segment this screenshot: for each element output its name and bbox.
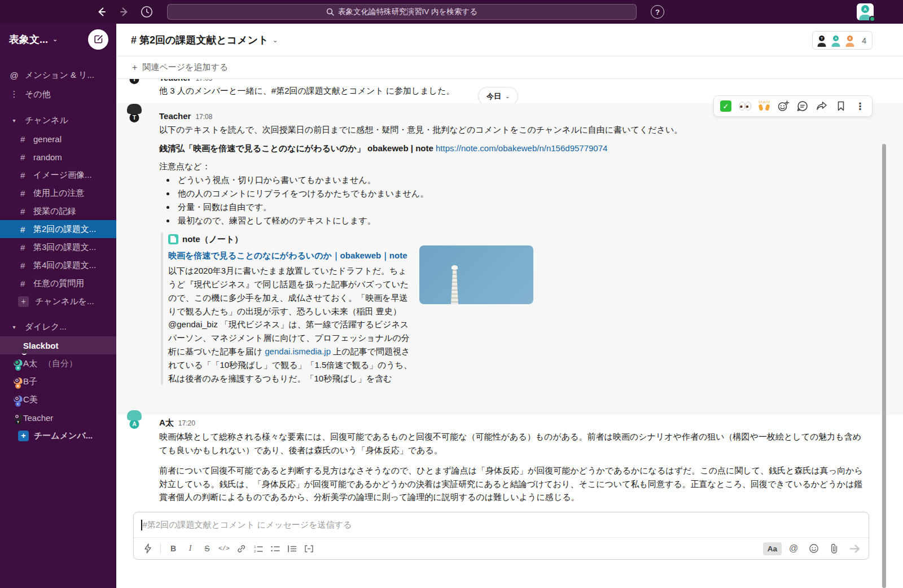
search-bar[interactable]: 表象文化論特殊研究演習IV 内を検索する <box>167 4 637 20</box>
attach-file-button[interactable] <box>826 541 843 556</box>
notes-label: 注意点など： <box>159 160 868 173</box>
bookmark-icon <box>835 100 847 112</box>
member-avatar: B <box>844 34 856 47</box>
bulleted-list-button[interactable] <box>266 541 283 556</box>
sidebar-dm-self[interactable]: A A太（自分） <box>0 354 116 372</box>
emoji-button[interactable] <box>805 541 822 556</box>
link-preview-card: note（ノート） 映画を倍速で見ることのなにがわるいのか｜obakeweb｜n… <box>161 232 868 385</box>
history-menu-button[interactable] <box>140 5 154 19</box>
bold-button[interactable]: B <box>165 541 182 556</box>
code-button[interactable]: </> <box>216 541 233 556</box>
message-timestamp[interactable]: 17:20 <box>178 418 195 429</box>
add-related-pages-tab[interactable]: + 関連ページを追加する <box>116 56 903 79</box>
vertical-scrollbar[interactable] <box>882 144 886 588</box>
message-timestamp[interactable]: 17:08 <box>195 112 212 122</box>
hash-icon: # <box>20 243 27 252</box>
message-timestamp[interactable]: 17:05 <box>195 79 212 84</box>
channel-label: チャンネルを... <box>35 296 94 307</box>
hash-icon: # <box>20 225 27 234</box>
mention-button[interactable]: @ <box>785 541 802 556</box>
channel-title[interactable]: # 第2回の課題文献とコメント <box>131 33 269 47</box>
channel-label: general <box>33 134 62 144</box>
channel-label: 第3回の課題文... <box>33 242 96 253</box>
send-message-button[interactable] <box>846 541 863 556</box>
composer-toolbar: B I S </> 12 <box>134 537 869 559</box>
at-icon: @ <box>9 71 19 80</box>
sidebar-channel-random[interactable]: #random <box>0 148 116 166</box>
more-actions-button[interactable]: ⋮ <box>851 98 869 115</box>
note-article-link[interactable]: https://note.com/obakeweb/n/n156d9577907… <box>436 143 607 153</box>
sidebar-channel-session3[interactable]: #第3回の課題文... <box>0 238 116 256</box>
bullet-item: 最初なので、練習として軽めのテキストにします。 <box>159 214 868 227</box>
sidebar-item-label: その他 <box>25 89 51 100</box>
user-menu-avatar[interactable]: A <box>857 3 874 20</box>
sidebar-channel-questions[interactable]: #任意の質問用 <box>0 274 116 292</box>
ordered-list-button[interactable]: 12 <box>249 541 266 556</box>
workspace-switcher[interactable]: 表象文... ⌄ <box>0 24 116 55</box>
sidebar-channel-session4[interactable]: #第4回の課題文... <box>0 256 116 274</box>
save-bookmark-button[interactable] <box>832 98 850 115</box>
caret-down-icon: ▾ <box>9 324 19 330</box>
reply-in-thread-button[interactable] <box>794 98 812 115</box>
sidebar-channel-session2-active[interactable]: #第2回の課題文... <box>0 220 116 238</box>
history-forward-button[interactable] <box>117 5 131 19</box>
help-button[interactable]: ? <box>651 5 664 19</box>
channel-label: イメージ画像... <box>33 170 92 181</box>
blockquote-button[interactable] <box>283 541 300 556</box>
hide-formatting-button[interactable]: Aa <box>763 542 782 555</box>
sidebar-dm-teacher[interactable]: T Teacher <box>0 409 116 427</box>
italic-button[interactable]: I <box>182 541 199 556</box>
link-icon <box>236 544 246 554</box>
channel-label: 第2回の課題文... <box>33 224 96 235</box>
add-reaction-button[interactable] <box>774 98 792 115</box>
sidebar-channel-class-records[interactable]: #授業の記録 <box>0 202 116 220</box>
input-placeholder: #第2回の課題文献とコメント にメッセージを送信する <box>143 520 352 530</box>
history-back-button[interactable] <box>95 5 108 19</box>
strikethrough-button[interactable]: S <box>199 541 216 556</box>
atai-paragraph-2: 前者について回復不可能であると判断する見方はなさそうなので、ひとまず論点は「身体… <box>159 464 868 504</box>
message-author[interactable]: Teacher <box>159 109 191 122</box>
sidebar-channel-general[interactable]: #general <box>0 130 116 148</box>
unfurl-title-link[interactable]: 映画を倍速で見ることのなにがわるいのか｜obakeweb｜note <box>168 248 415 262</box>
emoji-smiley-icon <box>809 543 819 554</box>
code-block-button[interactable] <box>300 541 317 556</box>
section-label: ダイレク... <box>25 322 67 332</box>
sidebar-channel-usage-notes[interactable]: #使用上の注意 <box>0 184 116 202</box>
message-input[interactable]: #第2回の課題文献とコメント にメッセージを送信する <box>134 512 869 537</box>
react-raised-hands-button[interactable] <box>755 98 773 115</box>
sidebar-dm-bko[interactable]: B B子 <box>0 372 116 390</box>
sidebar-add-channel[interactable]: +チャンネルを... <box>0 292 116 310</box>
dm-label: Teacher <box>23 413 53 423</box>
sidebar-dm-cmi[interactable]: C C美 <box>0 390 116 409</box>
channels-section-header[interactable]: ▾ チャンネル <box>0 111 116 130</box>
message-author[interactable]: Teacher <box>159 79 191 84</box>
channel-members-button[interactable]: T A B 4 <box>812 31 873 50</box>
sidebar-item-more[interactable]: ⋮ その他 <box>0 85 116 104</box>
presence-online-dot <box>14 359 20 365</box>
dms-section-header[interactable]: ▾ ダイレク... <box>0 317 116 336</box>
arrow-right-icon <box>119 6 130 17</box>
link-button[interactable] <box>233 541 249 556</box>
share-message-button[interactable] <box>813 98 831 115</box>
sidebar-dm-slackbot[interactable]: Slackbot <box>0 336 116 354</box>
atai-message: A A太 17:20 映画体験として総称される様々な要素には、回復可能であるもの… <box>116 416 903 504</box>
workspace-name: 表象文... <box>9 33 48 46</box>
shortcuts-button[interactable] <box>139 541 156 556</box>
unfurl-desc-text: 以下は2020年3月に書いたまま放置していたドラフトだ。ちょうど『現代ビジネス』… <box>168 266 410 356</box>
react-eyes-button[interactable] <box>736 98 754 115</box>
sidebar-channel-image[interactable]: #イメージ画像... <box>0 166 116 184</box>
sidebar-invite-members[interactable]: + チームメンバ... <box>0 427 116 445</box>
lightning-icon <box>143 543 152 554</box>
tower-cap-shape <box>451 265 458 269</box>
gendai-link[interactable]: gendai.ismedia.jp <box>265 346 331 356</box>
new-message-button[interactable] <box>88 29 108 50</box>
message-author[interactable]: A太 <box>159 416 174 429</box>
presence-offline-dot <box>14 378 20 383</box>
dm-label: C美 <box>23 394 38 405</box>
unfurl-thumbnail-image[interactable] <box>419 245 533 304</box>
channel-label: random <box>33 152 62 162</box>
citation-text: 銭清弘「映画を倍速で見ることのなにがわるいのか」 obakeweb | note <box>159 143 433 153</box>
channel-label: 授業の記録 <box>33 206 76 217</box>
sidebar-item-mentions[interactable]: @ メンション & リ... <box>0 65 116 85</box>
react-check-mark-button[interactable]: ✓ <box>717 98 735 115</box>
